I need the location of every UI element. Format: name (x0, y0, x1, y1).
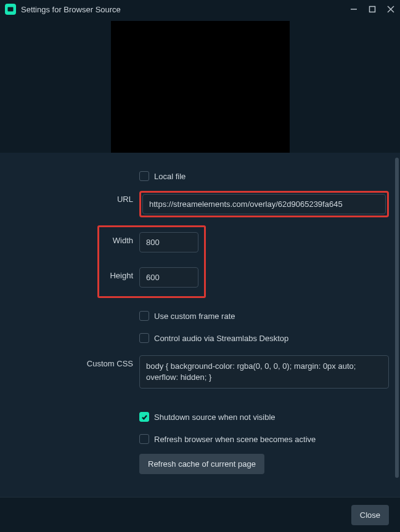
maximize-button[interactable] (368, 5, 377, 14)
custom-fps-checkbox[interactable] (139, 311, 149, 321)
close-button[interactable] (386, 5, 395, 14)
local-file-label[interactable]: Local file (154, 172, 186, 181)
width-label: Width (11, 232, 133, 245)
preview-area (0, 18, 400, 153)
scrollbar[interactable] (395, 158, 399, 490)
local-file-checkbox[interactable] (139, 171, 149, 181)
svg-rect-0 (8, 7, 14, 12)
width-input[interactable] (139, 232, 198, 252)
close-dialog-button[interactable]: Close (351, 505, 389, 525)
scrollbar-thumb[interactable] (395, 158, 399, 478)
control-audio-checkbox[interactable] (139, 333, 149, 343)
footer: Close (0, 497, 400, 532)
shutdown-label[interactable]: Shutdown source when not visible (154, 413, 276, 422)
url-input[interactable] (142, 194, 386, 214)
refresh-cache-button[interactable]: Refresh cache of current page (139, 454, 264, 474)
url-label: URL (11, 191, 133, 204)
custom-css-textarea[interactable]: body { background-color: rgba(0, 0, 0, 0… (139, 355, 389, 389)
window-controls (349, 5, 395, 14)
titlebar: Settings for Browser Source (0, 0, 400, 18)
refresh-active-label[interactable]: Refresh browser when scene becomes activ… (154, 435, 316, 444)
refresh-active-checkbox[interactable] (139, 434, 149, 444)
custom-css-label: Custom CSS (11, 355, 133, 368)
svg-rect-2 (370, 7, 375, 12)
shutdown-checkbox[interactable] (139, 412, 149, 422)
preview-box (111, 21, 290, 153)
height-label: Height (11, 267, 133, 280)
minimize-button[interactable] (349, 5, 358, 14)
form-area: Local file URL Width Height Use custom f… (0, 153, 400, 497)
control-audio-label[interactable]: Control audio via Streamlabs Desktop (154, 334, 288, 343)
url-highlight (139, 191, 389, 217)
height-input[interactable] (139, 267, 198, 288)
window-title: Settings for Browser Source (21, 5, 345, 14)
custom-fps-label[interactable]: Use custom frame rate (154, 312, 235, 321)
app-icon (5, 4, 16, 15)
